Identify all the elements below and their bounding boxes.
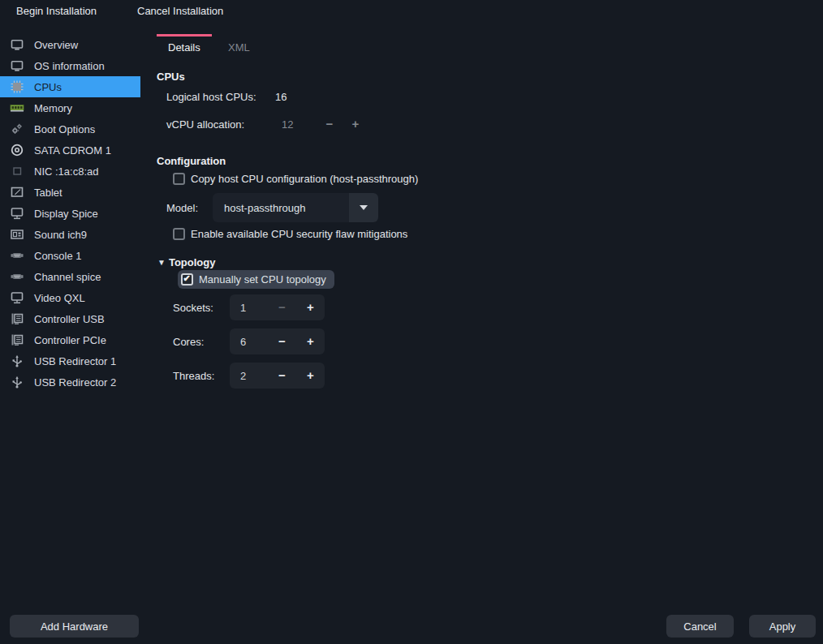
usb-icon — [10, 354, 24, 368]
cpu-model-entry[interactable]: host-passthrough — [213, 193, 349, 222]
sidebar-item-overview[interactable]: Overview — [0, 34, 140, 55]
cores-label: Cores: — [173, 336, 204, 348]
cpus-section-title: CPUs — [157, 71, 185, 83]
cores-spinbutton: 6−+ — [230, 328, 325, 354]
sidebar-item-cpus[interactable]: CPUs — [0, 76, 140, 97]
increment-button[interactable]: + — [296, 328, 325, 354]
vcpu-allocation-label: vCPU allocation: — [166, 118, 244, 131]
sidebar-item-label: Console 1 — [34, 250, 82, 262]
sidebar-item-label: Controller USB — [34, 313, 105, 325]
sidebar-item-label: CPUs — [34, 81, 62, 93]
decrement-button[interactable]: − — [268, 328, 296, 354]
configuration-section-title: Configuration — [157, 155, 226, 167]
sidebar-item-tablet[interactable]: Tablet — [0, 182, 140, 203]
copy-host-cpu-checkbox[interactable] — [173, 173, 185, 185]
sidebar-item-label: OS information — [34, 60, 105, 72]
manual-topology-row: ✔ Manually set CPU topology — [178, 270, 334, 289]
virt-manager-window: { "toolbar": { "begin_label": "Begin Ins… — [0, 0, 823, 644]
sidebar-item-label: Tablet — [34, 187, 62, 199]
sidebar-item-memory[interactable]: Memory — [0, 97, 140, 118]
tab-xml[interactable]: XML — [217, 34, 261, 67]
sidebar-item-label: Sound ich9 — [34, 229, 87, 241]
cancel-installation-button[interactable]: Cancel Installation — [132, 0, 228, 23]
sidebar-item-label: Memory — [34, 102, 72, 114]
topology-expander[interactable]: ▼Topology — [157, 256, 215, 268]
spin-value[interactable]: 1 — [230, 302, 268, 314]
gear-icon — [10, 122, 24, 136]
spin-value[interactable]: 6 — [230, 336, 268, 348]
memory-icon — [10, 101, 24, 115]
sidebar-item-label: Display Spice — [34, 208, 98, 220]
logical-host-cpus-label: Logical host CPUs: — [166, 91, 256, 103]
expander-arrow-icon: ▼ — [157, 258, 166, 267]
sidebar-item-os-information[interactable]: OS information — [0, 55, 140, 76]
sidebar-item-label: NIC :1a:c8:ad — [34, 165, 99, 178]
copy-host-cpu-label: Copy host CPU configuration (host-passth… — [191, 173, 418, 185]
logical-host-cpus-value: 16 — [275, 91, 287, 103]
increment-button[interactable]: + — [296, 294, 325, 320]
threads-spinbutton: 2−+ — [230, 363, 325, 389]
sidebar-item-nic-1a-c8-ad[interactable]: NIC :1a:c8:ad — [0, 161, 140, 182]
pci-card-icon — [10, 311, 24, 326]
model-label: Model: — [166, 202, 198, 214]
sidebar-item-video-qxl[interactable]: Video QXL — [0, 287, 140, 308]
pci-card-icon — [10, 333, 24, 347]
soundcard-icon — [10, 227, 24, 242]
sidebar-item-usb-redirector-2[interactable]: USB Redirector 2 — [0, 371, 140, 393]
tablet-icon — [10, 185, 24, 200]
nic-icon — [10, 164, 24, 178]
usb-icon — [10, 375, 24, 389]
sidebar-item-label: Overview — [34, 39, 78, 51]
cpu-model-dropdown-button[interactable] — [349, 193, 378, 222]
serial-icon — [10, 269, 24, 284]
manual-topology-label: Manually set CPU topology — [199, 273, 326, 286]
sidebar-item-display-spice[interactable]: Display Spice — [0, 203, 140, 224]
sidebar-item-label: USB Redirector 2 — [34, 376, 116, 389]
sidebar-item-controller-usb[interactable]: Controller USB — [0, 308, 140, 329]
cpu-model-combobox: host-passthrough — [213, 193, 378, 222]
vcpu-decrement-button[interactable]: − — [318, 115, 341, 133]
sidebar-item-channel-spice[interactable]: Channel spice — [0, 266, 140, 287]
display-icon — [10, 290, 24, 305]
increment-button[interactable]: + — [296, 363, 325, 389]
begin-installation-button[interactable]: Begin Installation — [11, 0, 101, 23]
display-icon — [10, 206, 24, 221]
tab-details[interactable]: Details — [157, 34, 212, 67]
serial-icon — [10, 248, 24, 263]
sidebar-item-sata-cdrom-1[interactable]: SATA CDROM 1 — [0, 140, 140, 161]
sidebar-item-label: USB Redirector 1 — [34, 355, 116, 367]
sidebar-item-sound-ich9[interactable]: Sound ich9 — [0, 224, 140, 245]
sidebar-item-boot-options[interactable]: Boot Options — [0, 118, 140, 140]
decrement-button[interactable]: − — [268, 294, 296, 320]
spin-value[interactable]: 2 — [230, 370, 268, 382]
add-hardware-button[interactable]: Add Hardware — [10, 615, 139, 638]
sidebar-item-label: Channel spice — [34, 271, 101, 283]
apply-button[interactable]: Apply — [749, 615, 816, 638]
cpu-icon — [10, 79, 24, 94]
checkmark-icon: ✔ — [183, 273, 192, 282]
sidebar-item-label: Boot Options — [34, 123, 95, 135]
sidebar-item-label: Controller PCIe — [34, 334, 106, 346]
sidebar-item-controller-pcie[interactable]: Controller PCIe — [0, 329, 140, 350]
threads-label: Threads: — [173, 370, 214, 382]
security-mitigations-label: Enable available CPU security flaw mitig… — [191, 228, 407, 240]
vcpu-allocation-value: 12 — [282, 118, 293, 131]
sockets-label: Sockets: — [173, 302, 213, 314]
sidebar-item-console-1[interactable]: Console 1 — [0, 245, 140, 266]
disc-icon — [10, 143, 24, 157]
cancel-button[interactable]: Cancel — [666, 615, 734, 638]
vcpu-increment-button[interactable]: + — [344, 115, 367, 133]
security-mitigations-checkbox[interactable] — [173, 228, 185, 240]
decrement-button[interactable]: − — [268, 363, 296, 389]
monitor-icon — [10, 37, 24, 52]
sidebar-item-label: SATA CDROM 1 — [34, 144, 111, 157]
sockets-spinbutton: 1−+ — [230, 294, 325, 320]
chevron-down-icon — [360, 205, 368, 210]
manual-topology-checkbox[interactable]: ✔ — [181, 273, 193, 286]
topology-section-title: Topology — [169, 256, 216, 268]
sidebar-item-label: Video QXL — [34, 292, 85, 304]
sidebar-item-usb-redirector-1[interactable]: USB Redirector 1 — [0, 350, 140, 371]
monitor-icon — [10, 58, 24, 73]
